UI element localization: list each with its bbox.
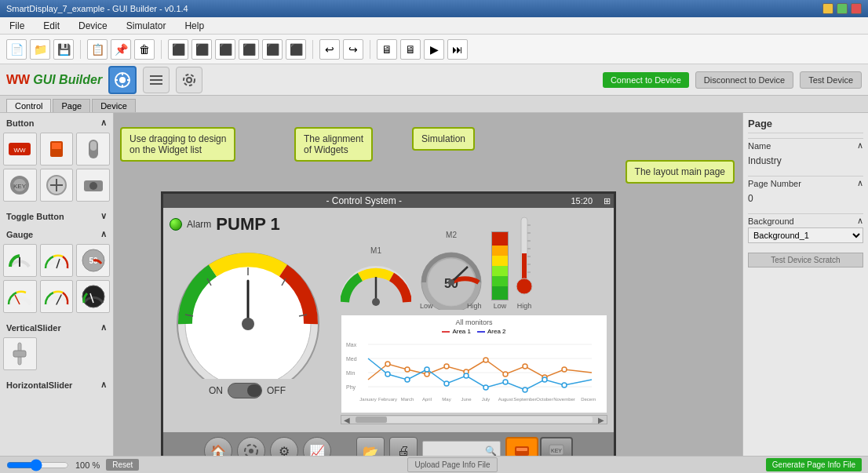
toolbar-new[interactable]: 📄 [6,39,27,60]
toolbar-align2[interactable]: ⬛ [191,39,212,60]
toolbar-view2[interactable]: 🖥 [400,39,421,60]
widget-btn6[interactable] [76,169,110,202]
footer-print-btn[interactable]: 🖨 [389,437,418,456]
connect-device-button[interactable]: Connect to Device [603,72,689,88]
toolbar-align4[interactable]: ⬛ [239,39,259,60]
svg-point-10 [184,75,195,86]
scroll-thumb[interactable] [356,417,593,423]
footer-key-btn[interactable] [505,437,538,456]
toolbar-undo[interactable]: ↩ [319,39,340,60]
menu-simulator[interactable]: Simulator [122,19,171,33]
generate-page-info-btn[interactable]: Generate Page Info File [766,458,862,471]
toolbar-view1[interactable]: 🖥 [377,39,397,60]
widget-gauge1[interactable] [3,244,37,277]
svg-text:Max: Max [346,342,357,347]
svg-point-79 [523,364,527,369]
test-device-scratch-btn[interactable]: Test Device Scratch [748,253,863,267]
toolbar-align6[interactable]: ⬛ [286,39,306,60]
toolbar-sim1[interactable]: ▶ [424,39,444,60]
footer-search-input[interactable]: 🔍 [422,441,501,456]
sidebar-section-gauge-header[interactable]: Gauge ∧ [3,227,110,241]
panel-pagenumber-header[interactable]: Page Number ∧ [748,176,863,190]
widget-btn4[interactable]: KEY [3,169,37,202]
sidebar-section-vslider-header[interactable]: VerticalSlider ∧ [3,321,110,334]
button-widget-grid: WW KEY [3,129,110,205]
legend-area1: Area 1 [442,328,471,335]
scroll-right-btn[interactable]: ▶ [596,416,607,424]
legend-area2-label: Area 2 [487,328,506,335]
widget-gauge5[interactable] [40,280,74,313]
active-tool-btn[interactable] [108,66,137,94]
toolbar-open[interactable]: 📁 [30,39,50,60]
menu-help[interactable]: Help [180,19,209,33]
svg-text:Min: Min [346,370,355,376]
panel-name-chevron: ∧ [857,140,863,151]
toolbar-redo[interactable]: ↪ [343,39,363,60]
svg-point-24 [89,182,97,190]
tab-page[interactable]: Page [53,99,90,112]
upload-page-info-btn[interactable]: Upload Page Info File [407,457,497,472]
tab-device[interactable]: Device [92,99,136,112]
widget-vslider1[interactable] [3,337,37,370]
sidebar-toggle-label: Toggle Button [6,212,64,221]
sidebar-section-toggle-header[interactable]: Toggle Button ∨ [3,209,110,223]
footer-chart-btn[interactable]: 📈 [303,437,331,456]
right-panel: Page Name ∧ Industry Page Number ∧ 0 Bac… [742,113,868,456]
footer-folder-btn[interactable]: 📂 [356,437,385,456]
sidebar-section-hslider-header[interactable]: HorizontalSlider ∧ [3,378,110,391]
toolbar-sim2[interactable]: ⏭ [447,39,468,60]
toolbar-align3[interactable]: ⬛ [215,39,235,60]
widget-gauge6[interactable] [76,280,110,313]
toolbar-delete[interactable]: 🗑 [134,39,155,60]
panel-background-select[interactable]: Background_1 [748,227,863,243]
disconnect-device-button[interactable]: Disconnect to Device [695,71,793,89]
footer-gear-btn[interactable]: ⚙ [270,437,298,456]
m1-gauge: M1 [341,246,411,310]
test-device-button[interactable]: Test Device [800,71,862,89]
sidebar-section-button-header[interactable]: Button ∧ [3,116,110,129]
panel-background-header[interactable]: Background ∧ [748,213,863,227]
svg-point-73 [405,367,410,372]
toolbar-copy[interactable]: 📋 [87,39,108,60]
scroll-left-btn[interactable]: ◀ [341,416,352,424]
menu-file[interactable]: File [5,19,29,33]
minimize-button[interactable] [822,3,833,14]
chart-scrollbar[interactable]: ◀ ▶ [341,415,607,424]
settings-tool-btn[interactable] [176,67,202,93]
svg-rect-16 [90,141,97,151]
panel-name-label: Name [748,141,771,151]
sidebar-hslider-label: HorizontalSlider [6,380,72,390]
maximize-button[interactable] [837,3,848,14]
m1-label: M1 [370,246,381,255]
bar-low-label: Low [494,302,507,310]
widget-gauge2[interactable] [40,244,74,277]
display-body: Alarm PUMP 1 [163,208,614,432]
menu-edit[interactable]: Edit [38,19,64,33]
widget-btn2[interactable] [40,133,74,166]
toggle-switch[interactable] [228,383,262,398]
zoom-slider[interactable] [6,459,69,471]
list-tool-btn[interactable] [143,67,170,93]
toolbar-align1[interactable]: ⬛ [168,39,188,60]
tab-control[interactable]: Control [6,99,51,112]
menu-device[interactable]: Device [74,19,112,33]
main-layout: Button ∧ WW KEY [0,113,868,456]
toolbar-paste[interactable]: 📌 [111,39,131,60]
svg-rect-55 [522,253,527,280]
widget-btn5[interactable] [40,169,74,202]
widget-btn1[interactable]: WW [3,133,37,166]
widget-gauge4[interactable] [3,280,37,313]
panel-name-header[interactable]: Name ∧ [748,138,863,152]
close-button[interactable] [851,3,862,14]
footer-home-btn[interactable]: 🏠 [204,437,232,456]
logo-ww: WW [6,73,30,87]
footer-settings-btn[interactable] [237,437,265,456]
alarm-label: Alarm [187,219,211,230]
widget-btn3[interactable] [76,133,110,166]
footer-key2-btn[interactable]: KEY [540,437,573,456]
widget-gauge3[interactable]: 50 [76,244,110,277]
tabs-bar: Control Page Device [0,96,868,113]
toolbar-align5[interactable]: ⬛ [262,39,283,60]
reset-button[interactable]: Reset [106,459,139,471]
toolbar-save[interactable]: 💾 [53,39,74,60]
